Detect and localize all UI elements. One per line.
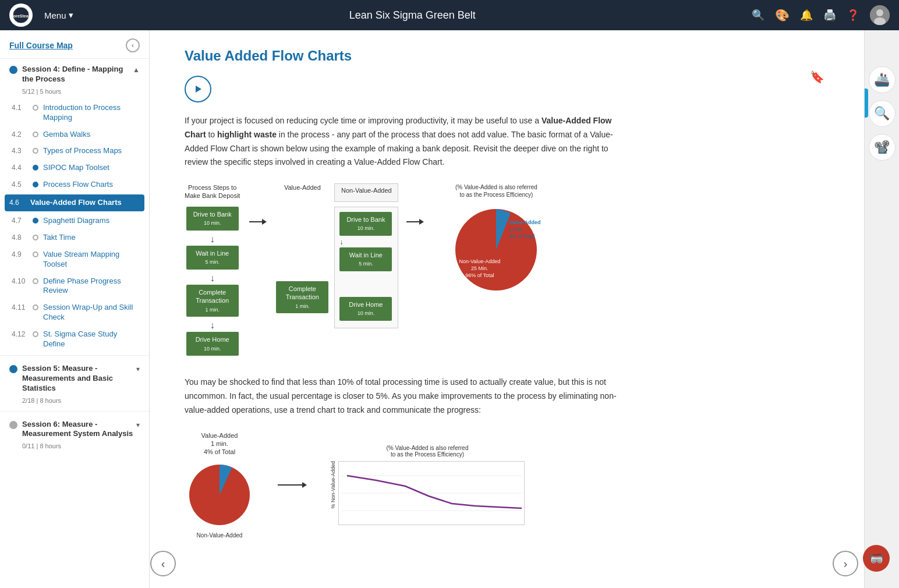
step-drive-home-1: Drive Home10 min.: [186, 332, 239, 356]
help-icon[interactable]: ❓: [847, 9, 859, 22]
nav-item-4-12[interactable]: 4.12 St. Sigma Case Study Define: [0, 326, 149, 353]
session-6-meta: 0/11 | 8 hours: [0, 441, 149, 454]
svg-point-3: [876, 9, 883, 16]
value-added-column: Value-Added Complete Transaction1 min.: [276, 183, 328, 316]
session-5-name: Session 5: Measure - Measurements and Ba…: [22, 364, 134, 394]
svg-text:MoreSteam: MoreSteam: [12, 14, 30, 18]
session-5-header: Session 5: Measure - Measurements and Ba…: [0, 358, 149, 396]
nav-item-4-9[interactable]: 4.9 Value Stream Mapping Toolset: [0, 246, 149, 273]
notification-icon[interactable]: 🔔: [800, 9, 813, 22]
chatbot-button[interactable]: 🥽: [863, 545, 890, 572]
nav-dot-4-1: [33, 105, 38, 111]
session-6-header: Session 6: Measure - Measurement System …: [0, 414, 149, 442]
step-complete-transaction-1: Complete Transaction1 min.: [186, 285, 239, 317]
page-title: Value Added Flow Charts: [185, 48, 829, 64]
app-title: Lean Six Sigma Green Belt: [73, 9, 752, 22]
nav-item-4-5[interactable]: 4.5 Process Flow Charts: [0, 176, 149, 193]
content-paragraph-1: If your project is focused on reducing c…: [185, 114, 621, 169]
va-label: Value-Added1 min.4% of Total: [509, 219, 541, 240]
next-nav: ›: [833, 551, 858, 576]
avatar[interactable]: [870, 5, 890, 25]
nva-wait-in-line: Wait in Line5 min.: [339, 247, 392, 271]
video-play-button[interactable]: [185, 76, 211, 102]
session-4-header: Session 4: Define - Mapping the Process …: [0, 59, 149, 87]
second-pie-footer: Non-Value-Added: [197, 532, 243, 539]
nav-item-4-4[interactable]: 4.4 SIPOC Map Toolset: [0, 160, 149, 176]
step-wait-in-line: Wait in Line5 min.: [186, 246, 239, 270]
nav-item-4-6[interactable]: 4.6 Value-Added Flow Charts: [5, 194, 144, 211]
pie-chart: Value-Added1 min.4% of Total Non-Value-A…: [449, 203, 543, 296]
y-axis-label: % Non-Value-Added: [330, 461, 336, 508]
arrow-to-chart: [406, 216, 424, 228]
flow-diagram: Process Steps toMake Bank Deposit Drive …: [185, 183, 829, 358]
nav-item-4-7[interactable]: 4.7 Spaghetti Diagrams: [0, 212, 149, 229]
col3-header: Non-Value-Added: [334, 183, 398, 202]
nav-item-4-10[interactable]: 4.10 Define Phase Progress Review: [0, 273, 149, 300]
main-layout: Full Course Map ‹ Session 4: Define - Ma…: [0, 30, 899, 588]
nav-dot-4-10: [33, 278, 38, 284]
second-pie-chart: [185, 460, 254, 530]
sidebar-collapse-button[interactable]: ‹: [126, 38, 140, 52]
session-4-dot: [9, 66, 17, 74]
session-4-name: Session 4: Define - Mapping the Process: [22, 65, 130, 84]
nva-label: Non-Value-Added25 Min.96% of Total: [459, 258, 500, 279]
right-panel-stripe: [865, 88, 868, 118]
session-4-chevron[interactable]: ▲: [133, 66, 140, 74]
next-button[interactable]: ›: [833, 551, 858, 576]
print-icon[interactable]: 🖨️: [823, 9, 836, 22]
arrow-1: ↓: [210, 234, 215, 245]
svg-marker-9: [419, 219, 424, 225]
step-complete-transaction-va: Complete Transaction1 min.: [276, 281, 328, 313]
nva-drive-home: Drive Home10 min.: [339, 297, 392, 321]
nav-item-4-2[interactable]: 4.2 Gemba Walks: [0, 126, 149, 143]
nav-dot-4-5: [33, 182, 38, 187]
process-steps-column: Process Steps toMake Bank Deposit Drive …: [185, 183, 240, 358]
session-6-dot: [9, 421, 17, 429]
prev-nav: ‹: [150, 551, 176, 576]
prev-button[interactable]: ‹: [150, 551, 176, 576]
svg-marker-7: [262, 219, 267, 225]
nav-dot-4-9: [33, 252, 38, 257]
nav-dot-4-2: [33, 132, 38, 137]
trend-chart-canvas: [338, 461, 525, 525]
svg-marker-5: [196, 86, 201, 93]
trend-chart-note: (% Value-Added is also referredto as the…: [330, 445, 525, 458]
nav-dot-4-8: [33, 235, 38, 240]
second-pie-chart-section: Value-Added1 min.4% of Total Non-Value-A…: [185, 431, 254, 539]
app-header: MoreSteam Menu ▾ Lean Six Sigma Green Be…: [0, 0, 899, 30]
arrow-2: ↓: [210, 273, 215, 284]
content-area: 🔖 Value Added Flow Charts If your projec…: [150, 30, 864, 588]
chart-note: (% Value-Added is also referredto as the…: [455, 183, 537, 199]
nva-drive-to-bank: Drive to Bank10 min.: [339, 212, 392, 236]
right-panel: 🚢 🔍 📽️: [864, 30, 899, 588]
trend-chart-section: (% Value-Added is also referredto as the…: [330, 445, 525, 525]
content-paragraph-2: You may be shocked to find that less tha…: [185, 376, 621, 417]
logo: MoreSteam: [9, 3, 33, 27]
search-icon[interactable]: 🔍: [752, 9, 764, 22]
color-palette-icon[interactable]: 🎨: [775, 8, 790, 22]
nav-dot-4-4: [33, 165, 38, 171]
nav-item-4-3[interactable]: 4.3 Types of Process Maps: [0, 143, 149, 160]
projector-icon-button[interactable]: 📽️: [869, 134, 896, 161]
session-6-chevron[interactable]: ▾: [136, 421, 140, 429]
session-5-meta: 2/18 | 8 hours: [0, 396, 149, 409]
menu-button[interactable]: Menu ▾: [44, 10, 73, 20]
document-search-icon-button[interactable]: 🔍: [869, 100, 896, 127]
session-5-chevron[interactable]: ▾: [136, 365, 140, 373]
pie-chart-section: (% Value-Added is also referredto as the…: [449, 183, 543, 296]
logo-icon: MoreSteam: [9, 3, 33, 27]
col2-header: Value-Added: [284, 183, 321, 202]
trend-chart: % Non-Value-Added: [330, 461, 525, 525]
nav-dot-4-7: [33, 218, 38, 224]
second-diagram: Value-Added1 min.4% of Total Non-Value-A…: [185, 431, 829, 539]
bookmark-button[interactable]: 🔖: [810, 70, 824, 84]
nav-item-4-11[interactable]: 4.11 Session Wrap-Up and Skill Check: [0, 299, 149, 326]
non-value-added-wrapper: Non-Value-Added Drive to Bank10 min. ↓ W…: [334, 183, 398, 328]
full-course-map-link[interactable]: Full Course Map: [9, 41, 73, 50]
sidebar: Full Course Map ‹ Session 4: Define - Ma…: [0, 30, 150, 588]
step-drive-to-bank: Drive to Bank10 min.: [186, 207, 239, 231]
nav-item-4-1[interactable]: 4.1 Introduction to Process Mapping: [0, 100, 149, 126]
nav-item-4-8[interactable]: 4.8 Takt Time: [0, 229, 149, 246]
submarine-icon-button[interactable]: 🚢: [869, 66, 896, 93]
session-6-name: Session 6: Measure - Measurement System …: [22, 420, 134, 440]
